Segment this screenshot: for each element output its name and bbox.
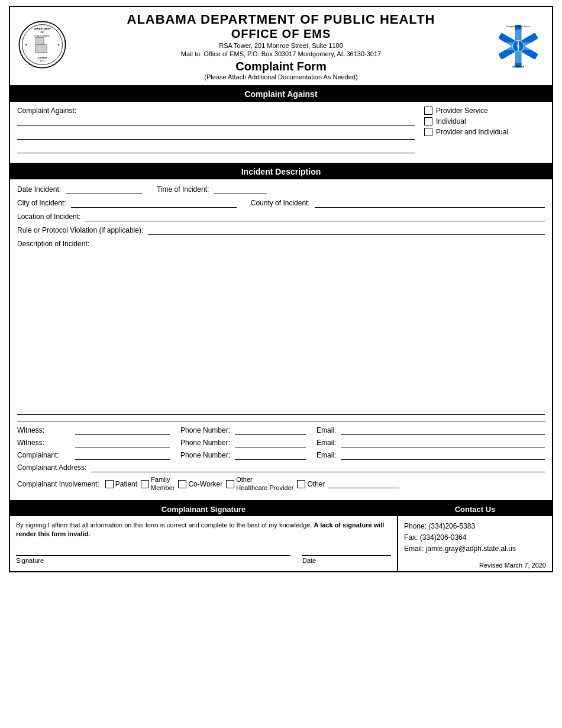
other-checkbox[interactable]: Other xyxy=(297,480,325,488)
complaint-against-input-2[interactable] xyxy=(17,131,415,140)
signature-section: Complainant Signature By signing I affir… xyxy=(10,502,398,572)
signature-line[interactable] xyxy=(16,545,290,556)
incident-description-header: Incident Description xyxy=(10,164,552,179)
other-hcp-checkbox-box[interactable] xyxy=(226,480,234,488)
incident-section: Date Incident: Time of Incident: City of… xyxy=(10,179,552,501)
signature-line-row: Signature Date xyxy=(16,545,391,564)
address-input[interactable] xyxy=(91,463,545,472)
other-label: Other xyxy=(307,480,325,488)
provider-service-checkbox-box[interactable] xyxy=(424,107,432,115)
witness2-row: Witness: Phone Number: Email: xyxy=(17,439,545,447)
patient-checkbox[interactable]: Patient xyxy=(105,480,137,488)
contact-section: Contact Us Phone: (334)206-5383 Fax: (33… xyxy=(398,502,552,572)
location-label: Location of Incident: xyxy=(17,212,80,221)
location-input[interactable] xyxy=(85,212,545,221)
complaint-right: Provider Service Individual Provider and… xyxy=(415,107,545,136)
address-row: Complainant Address: xyxy=(17,463,545,472)
ems-logo: ⚕ ALABAMA Emergency Medical Service xyxy=(492,20,545,73)
rule-input[interactable] xyxy=(148,226,545,235)
co-worker-checkbox[interactable]: Co-Worker xyxy=(178,480,222,488)
witness1-row: Witness: Phone Number: Email: xyxy=(17,426,545,435)
phone1-label: Phone Number: xyxy=(180,426,230,434)
sub-title: OFFICE OF EMS xyxy=(70,27,492,41)
co-worker-label: Co-Worker xyxy=(188,480,222,488)
email1-input[interactable] xyxy=(341,426,545,435)
witness2-input[interactable] xyxy=(75,439,170,447)
county-input[interactable] xyxy=(315,199,545,208)
bottom-section: Complainant Signature By signing I affir… xyxy=(10,501,552,572)
svg-text:⚕: ⚕ xyxy=(516,43,520,50)
provider-and-individual-checkbox[interactable]: Provider and Individual xyxy=(424,128,545,136)
time-incident-input[interactable] xyxy=(214,185,267,194)
address-label: Complainant Address: xyxy=(17,463,86,472)
complaint-left: Complaint Against: xyxy=(17,107,415,157)
contact-phone: Phone: (334)206-5383 xyxy=(404,521,546,532)
header-text: ALABAMA DEPARTMENT OF PUBLIC HEALTH OFFI… xyxy=(70,12,492,80)
provider-service-checkbox[interactable]: Provider Service xyxy=(424,107,545,115)
svg-text:★: ★ xyxy=(25,43,28,46)
phone2-input[interactable] xyxy=(235,439,306,447)
patient-checkbox-box[interactable] xyxy=(105,480,114,488)
witness2-label: Witness: xyxy=(17,439,70,447)
city-county-row: City of Incident: County of Incident: xyxy=(17,199,545,208)
time-incident-label: Time of Incident: xyxy=(157,185,209,194)
main-title: ALABAMA DEPARTMENT OF PUBLIC HEALTH xyxy=(70,12,492,27)
signature-header: Complainant Signature xyxy=(10,502,397,516)
svg-text:OF: OF xyxy=(41,31,44,34)
involvement-row: Complainant Involvement: Patient Family … xyxy=(17,476,545,494)
complaint-against-input-3[interactable] xyxy=(17,144,415,153)
phone3-input[interactable] xyxy=(235,451,306,460)
svg-text:PUBLIC HEALTH: PUBLIC HEALTH xyxy=(34,35,50,37)
svg-text:ALABAMA: ALABAMA xyxy=(37,57,47,59)
provider-service-label: Provider Service xyxy=(436,107,488,115)
individual-checkbox[interactable]: Individual xyxy=(424,117,545,125)
signature-affirm-text: By signing I affirm that all information… xyxy=(16,521,391,539)
city-label: City of Incident: xyxy=(17,199,66,207)
svg-rect-6 xyxy=(35,45,47,53)
contact-fax: Fax: (334)206-0364 xyxy=(404,532,546,543)
contact-body: Phone: (334)206-5383 Fax: (334)206-0364 … xyxy=(398,516,552,560)
phone2-label: Phone Number: xyxy=(180,439,230,447)
contact-header: Contact Us xyxy=(398,502,552,516)
date-field-label: Date xyxy=(302,557,391,564)
email1-label: Email: xyxy=(316,426,336,434)
signature-body: By signing I affirm that all information… xyxy=(10,516,397,569)
form-title: Complaint Form xyxy=(70,60,492,73)
rule-row: Rule or Protocol Violation (if applicabl… xyxy=(17,226,545,235)
other-hcp-label: Other Healthcare Provider xyxy=(236,476,293,491)
date-time-row: Date Incident: Time of Incident: xyxy=(17,185,545,194)
individual-checkbox-box[interactable] xyxy=(424,117,432,125)
city-input[interactable] xyxy=(71,199,237,208)
other-input[interactable] xyxy=(328,479,399,488)
witness1-input[interactable] xyxy=(75,426,170,435)
date-line[interactable] xyxy=(302,545,391,556)
co-worker-checkbox-box[interactable] xyxy=(178,480,186,488)
complaint-against-label: Complaint Against: xyxy=(17,107,76,115)
form-subtitle: (Please Attach Additional Documentation … xyxy=(70,73,492,80)
address-line1: RSA Tower, 201 Monroe Street, Suite 1100 xyxy=(70,42,492,49)
revised-text: Revised March 7, 2020 xyxy=(398,559,552,571)
email3-input[interactable] xyxy=(341,451,545,460)
email2-input[interactable] xyxy=(341,439,545,447)
complaint-against-input-1[interactable] xyxy=(17,117,415,126)
date-incident-input[interactable] xyxy=(66,185,143,194)
header: DEPARTMENT OF PUBLIC HEALTH ALABAMA * 18… xyxy=(10,7,552,86)
family-member-checkbox-box[interactable] xyxy=(141,480,149,488)
svg-text:DEPARTMENT: DEPARTMENT xyxy=(34,27,51,30)
alabama-seal-logo: DEPARTMENT OF PUBLIC HEALTH ALABAMA * 18… xyxy=(17,20,70,73)
description-label: Description of Incident: xyxy=(17,240,545,248)
other-hcp-checkbox[interactable]: Other Healthcare Provider xyxy=(226,476,293,491)
email3-label: Email: xyxy=(316,451,336,459)
individual-label: Individual xyxy=(436,117,466,125)
provider-and-individual-checkbox-box[interactable] xyxy=(424,128,432,136)
other-checkbox-box[interactable] xyxy=(297,480,305,488)
complainant-row: Complainant: Phone Number: Email: xyxy=(17,451,545,460)
witness1-label: Witness: xyxy=(17,426,70,434)
complainant-input[interactable] xyxy=(75,451,170,460)
rule-label: Rule or Protocol Violation (if applicabl… xyxy=(17,226,143,234)
description-section: Description of Incident: xyxy=(17,240,545,415)
complaint-against-header: Complaint Against xyxy=(10,86,552,102)
phone1-input[interactable] xyxy=(235,426,306,435)
family-member-checkbox[interactable]: Family Member xyxy=(141,476,175,491)
description-textarea[interactable] xyxy=(17,249,545,415)
